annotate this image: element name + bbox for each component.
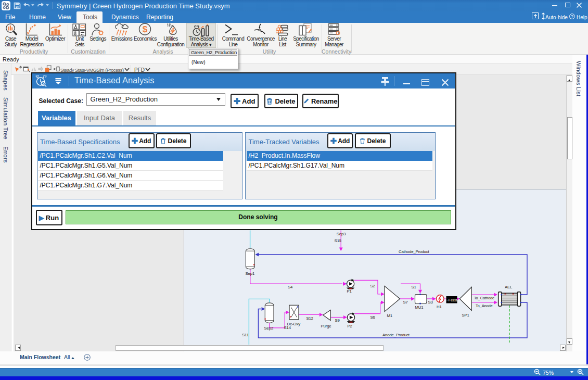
svg-text:Purge: Purge	[321, 324, 331, 328]
svg-text:M1: M1	[387, 313, 393, 318]
svg-text:SP1: SP1	[462, 313, 469, 318]
svg-text:AEL: AEL	[505, 285, 513, 289]
svg-text:S6: S6	[370, 315, 375, 320]
svg-text:Sep2: Sep2	[264, 326, 274, 331]
svg-text:H1: H1	[437, 305, 442, 309]
svg-text:~Feed: ~Feed	[446, 298, 457, 302]
svg-text:Sep1: Sep1	[246, 271, 255, 276]
svg-text:S9: S9	[335, 318, 340, 323]
svg-text:S7: S7	[403, 300, 408, 305]
svg-text:S12: S12	[306, 316, 313, 321]
svg-text:To_Anode: To_Anode	[476, 303, 493, 308]
svg-text:S11: S11	[242, 333, 249, 337]
svg-text:Cathode_Product: Cathode_Product	[399, 249, 429, 254]
svg-text:S4: S4	[288, 285, 293, 289]
svg-text:MU1: MU1	[415, 305, 424, 310]
svg-text:To_Cathode: To_Cathode	[474, 296, 494, 300]
svg-text:Sep3: Sep3	[337, 232, 346, 236]
svg-text:Anode_Product: Anode_Product	[382, 333, 410, 337]
svg-text:S2: S2	[370, 284, 375, 288]
svg-text:De-Oxy: De-Oxy	[287, 322, 301, 326]
svg-text:S3: S3	[428, 300, 433, 305]
svg-text:P1: P1	[347, 289, 352, 294]
svg-text:S15: S15	[335, 238, 342, 243]
svg-text:S1: S1	[412, 285, 416, 289]
svg-text:$: $	[143, 24, 148, 34]
svg-text:P2: P2	[348, 324, 352, 328]
